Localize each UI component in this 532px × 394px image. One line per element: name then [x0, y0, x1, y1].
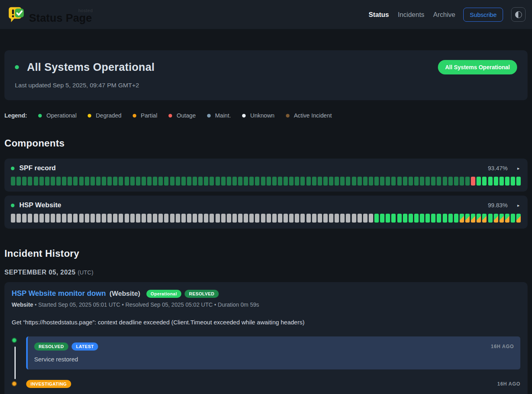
overall-status-badge: All Systems Operational [438, 60, 517, 74]
uptime-bar-up-dim [329, 177, 333, 186]
uptime-bar-empty [323, 214, 328, 223]
uptime-bar-empty [79, 214, 84, 223]
uptime-bar-up-dim [352, 177, 356, 186]
uptime-bar-up-dim [409, 177, 413, 186]
nav-link-incidents[interactable]: Incidents [398, 11, 424, 19]
update-badge-investigating: INVESTIGATING [26, 380, 71, 388]
uptime-bar-up-dim [283, 177, 288, 186]
uptime-bar-empty [369, 214, 373, 223]
component-expand-button[interactable]: ▸ [516, 165, 521, 172]
incident-date: SEPTEMBER 05, 2025 [4, 269, 76, 276]
uptime-bar-up-dim [153, 177, 157, 186]
brand-logo[interactable]: hosted Status Page [6, 5, 92, 24]
uptime-bar-empty [176, 214, 180, 223]
overall-status-card: All Systems Operational All Systems Oper… [4, 50, 528, 100]
component-header-right: 99.83%▸ [488, 202, 521, 209]
uptime-bar-up-dim [232, 177, 237, 186]
uptime-bar-up-dim [312, 177, 316, 186]
uptime-bar-up [505, 177, 509, 186]
uptime-bar-up-dim [216, 177, 220, 186]
uptime-bar-up-dim [397, 177, 402, 186]
uptime-bar-up-dim [204, 177, 208, 186]
uptime-bars [11, 177, 521, 186]
uptime-bar-up-dim [249, 177, 254, 186]
legend-item-label: Outage [177, 112, 196, 119]
legend-item-unknown: Unknown [242, 112, 274, 119]
uptime-bar-up-dim [306, 177, 311, 186]
uptime-bar-up-dim [221, 177, 226, 186]
uptime-bar-empty [153, 214, 157, 223]
update-message: Service restored [34, 356, 514, 363]
uptime-bar-empty [232, 214, 237, 223]
incident-updates-timeline: RESOLVEDLATEST16H AGOService restoredINV… [12, 336, 520, 394]
uptime-bar-degraded [471, 214, 475, 223]
uptime-bar-empty [68, 214, 72, 223]
legend-label: Legend: [4, 112, 27, 119]
uptime-bar-empty [283, 214, 288, 223]
incident-date-heading: SEPTEMBER 05, 2025 (UTC) [4, 269, 528, 276]
uptime-bar-up-dim [289, 177, 294, 186]
uptime-bar-empty [125, 214, 129, 223]
component-status-dot [11, 204, 14, 207]
uptime-bar-up-dim [357, 177, 362, 186]
update-body: INVESTIGATING16H AGOGet “https://hosteds… [26, 380, 520, 394]
header: hosted Status Page StatusIncidentsArchiv… [0, 0, 532, 29]
uptime-bar-up-dim [96, 177, 101, 186]
nav-link-status[interactable]: Status [369, 11, 389, 19]
component-name: HSP Website [19, 201, 61, 209]
uptime-bar-up-dim [210, 177, 214, 186]
uptime-bar-up-dim [11, 177, 15, 186]
subscribe-button[interactable]: Subscribe [463, 8, 503, 22]
uptime-bar-up [380, 214, 384, 223]
incident-title-link[interactable]: HSP Website monitor down [12, 289, 106, 298]
uptime-bar-empty [170, 214, 175, 223]
brand-icon [6, 5, 25, 24]
legend-dot [207, 114, 211, 118]
uptime-bar-up-dim [158, 177, 163, 186]
nav-link-archive[interactable]: Archive [433, 11, 455, 19]
uptime-bar-empty [164, 214, 168, 223]
uptime-bar-empty [244, 214, 248, 223]
component-expand-button[interactable]: ▸ [516, 202, 521, 209]
uptime-bar-up [420, 214, 424, 223]
legend-item-label: Partial [141, 112, 157, 119]
uptime-bar-empty [34, 214, 38, 223]
timeline-node-orange [12, 381, 17, 386]
uptime-bar-up-dim [119, 177, 123, 186]
incident-meta-details: • Started Sep 05, 2025 05:01 UTC • Resol… [33, 301, 259, 308]
legend-item-label: Maint. [215, 112, 231, 119]
uptime-bar-up [454, 214, 458, 223]
uptime-bar-empty [45, 214, 49, 223]
contrast-icon [515, 11, 522, 18]
uptime-bar-up-dim [147, 177, 152, 186]
incident-history-heading: Incident History [4, 248, 528, 259]
uptime-bar-degraded [516, 214, 521, 223]
component-header-right: 93.47%▸ [488, 165, 521, 172]
timeline-node-green [12, 338, 17, 343]
uptime-bar-empty [130, 214, 135, 223]
uptime-bar-up-dim [391, 177, 396, 186]
theme-toggle-button[interactable] [511, 7, 526, 22]
uptime-bar-up [488, 177, 493, 186]
uptime-bar-up-dim [380, 177, 384, 186]
uptime-bar-up-dim [73, 177, 78, 186]
legend-item-label: Active Incident [294, 112, 332, 119]
uptime-bar-up-dim [56, 177, 61, 186]
uptime-bar-degraded [477, 214, 481, 223]
legend-item-label: Degraded [96, 112, 121, 119]
uptime-bar-degraded [494, 214, 498, 223]
uptime-bar-up-dim [335, 177, 339, 186]
uptime-bar-empty [193, 214, 197, 223]
brand-superscript: hosted [78, 8, 93, 13]
uptime-bar-up-dim [170, 177, 175, 186]
uptime-bar-up-dim [102, 177, 106, 186]
uptime-bar-empty [56, 214, 61, 223]
uptime-bars [11, 214, 521, 223]
uptime-bar-up-dim [107, 177, 112, 186]
component-uptime-percent: 99.83% [488, 202, 507, 208]
uptime-bar-up-dim [176, 177, 180, 186]
uptime-bar-up [516, 177, 521, 186]
uptime-bar-up-dim [238, 177, 242, 186]
overall-status-dot [15, 65, 19, 69]
timeline-rail [12, 380, 26, 394]
